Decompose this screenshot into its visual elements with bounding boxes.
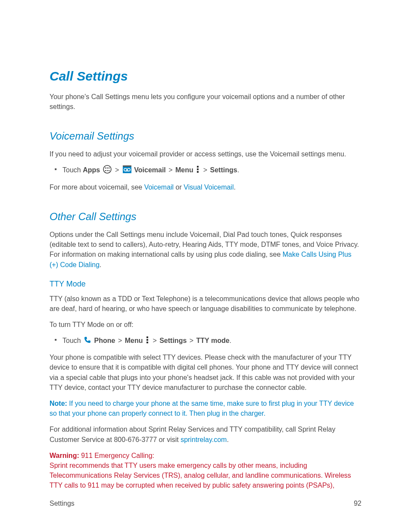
touch-label: Touch <box>62 166 83 174</box>
voicemail-icon <box>123 165 131 176</box>
tty-mode-label: TTY mode <box>196 337 230 344</box>
separator: > <box>116 337 124 344</box>
separator: > <box>187 337 195 344</box>
or-text: or <box>174 184 184 191</box>
svg-rect-12 <box>197 166 199 168</box>
menu-icon <box>146 336 149 346</box>
voicemail-settings-heading: Voicemail Settings <box>50 129 361 144</box>
phone-label: Phone <box>94 337 115 344</box>
tty-compatibility: Your phone is compatible with select TTY… <box>50 352 361 392</box>
apps-label: Apps <box>83 166 100 174</box>
touch-label: Touch <box>62 337 83 344</box>
voicemail-path-step: Touch Apps > Voicemail > Menu > Settings… <box>62 165 361 176</box>
svg-point-6 <box>108 170 109 171</box>
svg-rect-13 <box>197 168 199 170</box>
sprint-relay-info: For additional information about Sprint … <box>50 424 361 444</box>
voicemail-intro: If you need to adjust your voicemail pro… <box>50 149 361 159</box>
svg-rect-8 <box>123 165 131 167</box>
more-pre: For more about voicemail, see <box>50 184 144 191</box>
svg-point-3 <box>108 168 109 169</box>
settings-label: Settings <box>159 337 187 344</box>
settings-label: Settings <box>210 166 237 174</box>
period: . <box>237 166 239 174</box>
tty-toggle-intro: To turn TTY Mode on or off: <box>50 320 361 330</box>
warning-body: Sprint recommends that TTY users make em… <box>50 462 351 489</box>
page-footer: Settings 92 <box>50 498 361 508</box>
tty-warning: Warning: 911 Emergency Calling: Sprint r… <box>50 451 361 491</box>
separator: > <box>151 337 159 344</box>
tty-p4-post: . <box>227 436 228 443</box>
other-call-settings-heading: Other Call Settings <box>50 209 361 224</box>
warning-heading: 911 Emergency Calling: <box>79 452 154 459</box>
visual-voicemail-link[interactable]: Visual Voicemail <box>184 184 234 191</box>
svg-rect-17 <box>146 342 148 343</box>
footer-section: Settings <box>50 498 75 508</box>
note-body: If you need to charge your phone at the … <box>50 400 354 417</box>
tty-note: Note: If you need to charge your phone a… <box>50 398 361 418</box>
voicemail-label: Voicemail <box>134 166 166 174</box>
apps-icon <box>103 165 112 176</box>
voicemail-link[interactable]: Voicemail <box>144 184 174 191</box>
svg-point-2 <box>106 168 108 169</box>
tty-mode-heading: TTY Mode <box>50 278 361 289</box>
svg-point-0 <box>103 165 111 173</box>
oc-p1-post: . <box>100 261 101 268</box>
page-title: Call Settings <box>50 67 361 86</box>
note-label: Note: <box>50 400 67 407</box>
warning-label: Warning: <box>50 452 79 459</box>
voicemail-more-info: For more about voicemail, see Voicemail … <box>50 182 361 192</box>
separator: > <box>167 166 174 174</box>
separator: > <box>201 166 209 174</box>
menu-label: Menu <box>125 337 143 344</box>
period: . <box>230 337 231 344</box>
period: . <box>234 184 235 191</box>
svg-point-1 <box>105 168 106 169</box>
menu-label: Menu <box>175 166 193 174</box>
svg-rect-14 <box>197 171 199 173</box>
menu-icon <box>196 165 199 176</box>
sprintrelay-link[interactable]: sprintrelay.com <box>181 436 227 443</box>
other-call-paragraph: Options under the Call Settings menu inc… <box>50 230 361 270</box>
phone-icon <box>84 336 91 346</box>
intro-paragraph: Your phone's Call Settings menu lets you… <box>50 92 361 112</box>
separator: > <box>113 166 121 174</box>
svg-rect-15 <box>146 336 148 338</box>
svg-point-4 <box>105 170 106 171</box>
svg-rect-16 <box>146 339 148 341</box>
tty-path-step: Touch Phone > Menu > Settings > TTY mode… <box>62 336 361 346</box>
tty-description: TTY (also known as a TDD or Text Telepho… <box>50 294 361 314</box>
svg-point-5 <box>106 170 108 171</box>
page-number: 92 <box>354 498 361 508</box>
